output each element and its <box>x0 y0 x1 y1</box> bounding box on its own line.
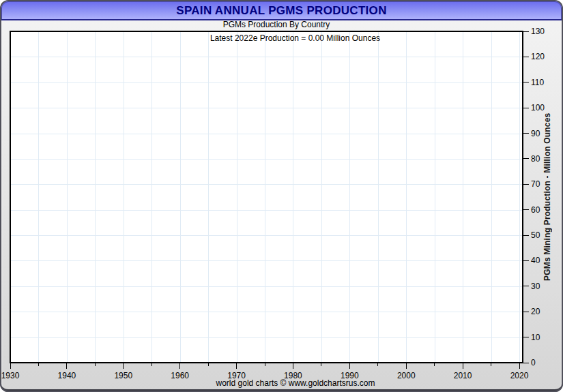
x-major-tick <box>123 363 124 369</box>
x-minor-tick <box>434 363 435 366</box>
h-gridline <box>11 210 522 211</box>
y-major-tick <box>523 184 529 185</box>
grid-layer <box>10 31 523 363</box>
y-major-tick <box>523 158 529 159</box>
v-gridline <box>95 32 96 362</box>
y-major-tick <box>523 286 529 286</box>
x-minor-tick <box>151 363 152 366</box>
v-gridline <box>293 32 293 362</box>
v-gridline <box>406 32 407 362</box>
y-axis-title: PGMs Mining Production - Million Ounces <box>540 31 555 363</box>
title-bar: SPAIN ANNUAL PGMS PRODUCTION <box>1 1 562 20</box>
x-major-tick <box>406 363 407 369</box>
x-major-tick <box>236 363 237 369</box>
v-gridline <box>124 32 124 362</box>
h-gridline <box>11 82 522 83</box>
x-major-tick <box>519 363 520 369</box>
v-gridline <box>151 32 152 362</box>
x-minor-tick <box>491 363 491 366</box>
h-gridline <box>11 57 522 57</box>
x-minor-tick <box>95 363 96 366</box>
v-gridline <box>208 32 209 362</box>
chart-title: SPAIN ANNUAL PGMS PRODUCTION <box>176 4 386 18</box>
x-minor-tick <box>38 363 39 366</box>
x-minor-tick <box>265 363 265 366</box>
v-gridline <box>349 32 350 362</box>
h-gridline <box>11 286 522 287</box>
v-gridline <box>237 32 237 362</box>
v-gridline <box>519 32 520 362</box>
y-major-tick <box>523 108 529 108</box>
y-major-tick <box>523 82 529 82</box>
v-gridline <box>265 32 265 362</box>
h-gridline <box>11 159 522 160</box>
v-gridline <box>67 32 68 362</box>
plot-area: Latest 2022e Production = 0.00 Million O… <box>10 31 523 363</box>
chart-subtitle: PGMs Production By Country <box>0 20 553 29</box>
h-gridline <box>11 134 522 134</box>
x-major-tick <box>179 363 180 369</box>
v-gridline <box>491 32 492 362</box>
copyright-footer: world gold charts © www.goldchartsrus.co… <box>27 378 563 388</box>
y-major-tick <box>523 31 529 32</box>
x-minor-tick <box>377 363 378 366</box>
h-gridline <box>11 312 522 312</box>
v-gridline <box>378 32 379 362</box>
y-major-tick <box>523 133 529 134</box>
x-major-tick <box>66 363 67 369</box>
y-major-tick <box>523 363 529 363</box>
y-major-tick <box>523 337 529 337</box>
h-gridline <box>11 260 522 261</box>
v-gridline <box>180 32 181 362</box>
v-gridline <box>463 32 463 362</box>
x-minor-tick <box>208 363 209 366</box>
y-major-tick <box>523 260 529 261</box>
chart-window: SPAIN ANNUAL PGMS PRODUCTION PGMs Produc… <box>0 0 563 392</box>
y-major-tick <box>523 312 529 312</box>
x-major-tick <box>463 363 463 369</box>
v-gridline <box>435 32 435 362</box>
h-gridline <box>11 108 522 108</box>
h-gridline <box>11 337 522 338</box>
h-gridline <box>11 184 522 185</box>
latest-production-annotation: Latest 2022e Production = 0.00 Million O… <box>38 33 552 43</box>
x-tick-label: 1930 <box>0 371 25 380</box>
x-major-tick <box>10 363 11 369</box>
x-major-tick <box>293 363 293 369</box>
y-major-tick <box>523 235 529 236</box>
h-gridline <box>11 235 522 236</box>
y-major-tick <box>523 209 529 210</box>
v-gridline <box>321 32 322 362</box>
x-minor-tick <box>321 363 321 366</box>
v-gridline <box>38 32 39 362</box>
x-major-tick <box>349 363 350 369</box>
y-major-tick <box>523 57 529 57</box>
